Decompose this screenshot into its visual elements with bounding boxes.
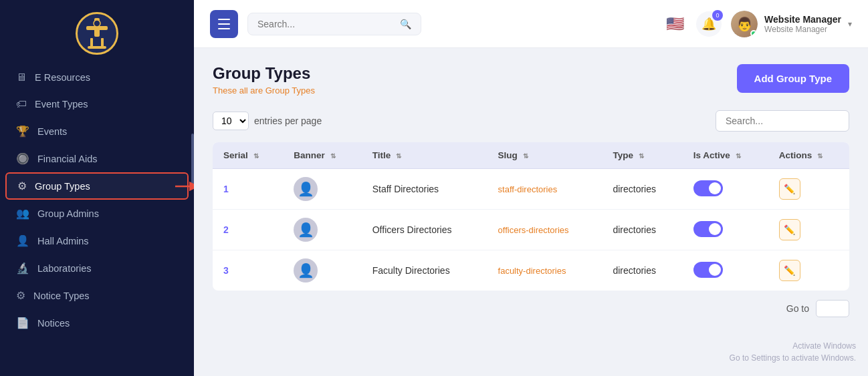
e-resources-icon: 🖥 xyxy=(16,71,27,83)
sidebar-item-notices[interactable]: 📄 Notices xyxy=(0,309,194,337)
event-types-icon: 🏷 xyxy=(16,98,27,110)
toggle-active[interactable] xyxy=(693,180,723,196)
sidebar-item-events[interactable]: 🏆 Events xyxy=(0,118,194,145)
page-subtitle: These all are Group Types xyxy=(213,85,315,96)
sidebar-item-label: Event Types xyxy=(35,99,88,110)
col-slug: Slug ⇅ xyxy=(487,142,603,169)
pagination-area: Go to xyxy=(213,291,849,320)
sidebar-item-label: Hall Admins xyxy=(37,236,89,246)
user-info[interactable]: 👨 Website Manager Website Manager ▾ xyxy=(731,11,852,37)
sort-arrows-title[interactable]: ⇅ xyxy=(396,152,401,160)
col-is-active: Is Active ⇅ xyxy=(683,142,768,169)
data-table: Serial ⇅ Banner ⇅ Title ⇅ Slug ⇅ Type ⇅ … xyxy=(213,142,849,291)
header-search-bar: 🔍 xyxy=(247,13,421,35)
page-body: Group Types These all are Group Types Ad… xyxy=(194,48,868,376)
user-name: Website Manager xyxy=(764,14,841,25)
edit-button[interactable]: ✏️ xyxy=(779,219,800,240)
cell-slug: faculty-directories xyxy=(487,250,603,291)
sidebar-item-group-admins[interactable]: 👥 Group Admins xyxy=(0,200,194,227)
sidebar-item-label: Financial Aids xyxy=(37,154,97,164)
sidebar-item-notice-types[interactable]: ⚙ Notice Types xyxy=(0,282,194,309)
sort-arrows-slug[interactable]: ⇅ xyxy=(523,152,528,160)
serial-link[interactable]: 2 xyxy=(223,224,229,235)
cell-serial: 3 xyxy=(213,250,283,291)
add-group-type-button[interactable]: Add Group Type xyxy=(737,64,849,93)
toggle-active[interactable] xyxy=(693,262,723,278)
table-row: 1 👤 Staff Directories staff-directories … xyxy=(213,169,849,210)
table-search-input[interactable] xyxy=(716,110,849,132)
cell-serial: 2 xyxy=(213,210,283,250)
sort-arrows-active[interactable]: ⇅ xyxy=(736,152,741,160)
svg-rect-4 xyxy=(88,46,106,49)
cell-is-active xyxy=(683,169,768,210)
sidebar-item-label: Notices xyxy=(37,318,70,329)
cell-slug: officers-directories xyxy=(487,210,603,250)
sidebar-item-hall-admins[interactable]: 👤 Hall Admins xyxy=(0,227,194,254)
logo-circle xyxy=(76,12,118,55)
col-title: Title ⇅ xyxy=(362,142,487,169)
entries-per-page-select[interactable]: 10 25 50 xyxy=(213,112,249,130)
toggle-active[interactable] xyxy=(693,221,723,237)
hamburger-line xyxy=(218,19,230,20)
avatar-online-dot xyxy=(750,30,757,37)
col-banner: Banner ⇅ xyxy=(283,142,361,169)
notices-icon: 📄 xyxy=(16,317,29,329)
banner-avatar: 👤 xyxy=(294,218,318,242)
cell-serial: 1 xyxy=(213,169,283,210)
sidebar-item-label: Group Admins xyxy=(37,208,99,219)
sidebar-item-e-resources[interactable]: 🖥 E Resources xyxy=(0,64,194,91)
edit-button[interactable]: ✏️ xyxy=(779,260,800,281)
cell-type: directories xyxy=(602,169,682,210)
notification-button[interactable]: 🔔 0 xyxy=(696,11,722,37)
sidebar-item-laboratories[interactable]: 🔬 Laboratories xyxy=(0,254,194,282)
cell-type: directories xyxy=(602,210,682,250)
hall-admins-icon: 👤 xyxy=(16,234,29,247)
sort-arrows-actions[interactable]: ⇅ xyxy=(817,152,823,160)
sidebar-item-label: Events xyxy=(37,126,67,137)
slug-text: faculty-directories xyxy=(498,266,566,276)
sidebar-navigation: 🖥 E Resources 🏷 Event Types 🏆 Events 🔘 F… xyxy=(0,64,194,376)
cell-actions: ✏️ xyxy=(768,250,849,291)
col-type: Type ⇅ xyxy=(602,142,682,169)
hamburger-line xyxy=(218,23,230,25)
sidebar-item-event-types[interactable]: 🏷 Event Types xyxy=(0,91,194,118)
avatar: 👨 xyxy=(731,11,758,37)
cell-banner: 👤 xyxy=(283,169,361,210)
cell-banner: 👤 xyxy=(283,210,361,250)
table-header-row: Serial ⇅ Banner ⇅ Title ⇅ Slug ⇅ Type ⇅ … xyxy=(213,142,849,169)
financial-aids-icon: 🔘 xyxy=(16,152,29,165)
events-icon: 🏆 xyxy=(16,125,29,138)
serial-link[interactable]: 3 xyxy=(223,265,229,276)
sort-arrows-banner[interactable]: ⇅ xyxy=(330,152,336,160)
hamburger-button[interactable] xyxy=(210,10,238,38)
col-actions: Actions ⇅ xyxy=(768,142,849,169)
table-row: 2 👤 Officers Directories officers-direct… xyxy=(213,210,849,250)
logo-icon xyxy=(82,17,112,50)
header-search-input[interactable] xyxy=(257,19,395,29)
hamburger-line xyxy=(218,28,230,29)
search-icon: 🔍 xyxy=(400,19,411,29)
entries-label: entries per page xyxy=(254,116,322,126)
sidebar: 🖥 E Resources 🏷 Event Types 🏆 Events 🔘 F… xyxy=(0,0,194,376)
slug-text: staff-directories xyxy=(498,184,558,194)
svg-rect-2 xyxy=(90,38,93,47)
svg-rect-3 xyxy=(101,38,104,47)
sort-arrows-serial[interactable]: ⇅ xyxy=(253,152,259,160)
laboratories-icon: 🔬 xyxy=(16,262,29,274)
edit-button[interactable]: ✏️ xyxy=(779,178,800,200)
sort-arrows-type[interactable]: ⇅ xyxy=(639,152,644,160)
cell-title: Officers Directories xyxy=(362,210,487,250)
cell-slug: staff-directories xyxy=(487,169,603,210)
group-admins-icon: 👥 xyxy=(16,207,29,220)
sidebar-item-label: Laboratories xyxy=(37,263,92,274)
flag-icon[interactable]: 🇺🇸 xyxy=(663,12,687,36)
banner-avatar: 👤 xyxy=(294,258,318,283)
sidebar-logo xyxy=(0,0,194,64)
sidebar-item-group-types[interactable]: ⚙ Group Types xyxy=(5,172,189,200)
serial-link[interactable]: 1 xyxy=(223,184,229,194)
page-header: Group Types These all are Group Types Ad… xyxy=(213,64,849,96)
goto-page-input[interactable] xyxy=(816,300,849,317)
header: 🔍 🇺🇸 🔔 0 👨 Website Manager Website Manag… xyxy=(194,0,868,48)
main-content: 🔍 🇺🇸 🔔 0 👨 Website Manager Website Manag… xyxy=(194,0,868,376)
sidebar-item-financial-aids[interactable]: 🔘 Financial Aids xyxy=(0,145,194,172)
